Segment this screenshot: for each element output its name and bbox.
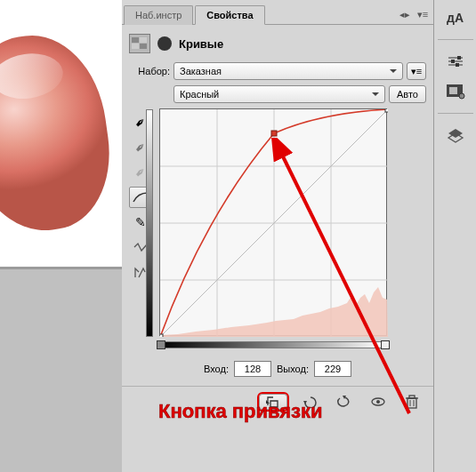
input-value-field[interactable]: 128 (234, 361, 271, 377)
document-canvas[interactable] (0, 0, 122, 267)
svg-rect-22 (409, 396, 415, 398)
curves-graph[interactable] (159, 108, 387, 336)
svg-rect-32 (449, 87, 457, 94)
reset-icon[interactable] (332, 392, 357, 412)
white-point-slider[interactable] (381, 340, 390, 349)
output-value-field[interactable]: 229 (314, 361, 351, 377)
input-gradient[interactable] (159, 341, 387, 348)
type-tool-icon[interactable]: дА (444, 7, 467, 28)
panel-tabs: Наб.инстр Свойства ◂▸ ▾≡ (122, 0, 433, 25)
svg-rect-1 (140, 37, 147, 43)
svg-marker-16 (303, 401, 307, 404)
svg-rect-13 (271, 131, 277, 136)
mask-icon[interactable] (157, 36, 172, 51)
panel-footer (122, 386, 433, 417)
canvas-pasteboard (0, 267, 122, 471)
channel-select[interactable]: Красный (173, 85, 385, 103)
right-dock: дА (433, 0, 476, 472)
svg-rect-3 (140, 44, 147, 49)
svg-point-19 (376, 400, 380, 404)
input-label: Вход: (204, 364, 229, 374)
layers-panel-icon[interactable] (444, 124, 467, 146)
svg-point-33 (459, 93, 464, 99)
output-gradient (146, 109, 153, 337)
svg-rect-2 (132, 44, 139, 49)
svg-rect-20 (407, 398, 416, 408)
output-label: Выход: (277, 364, 309, 374)
visibility-icon[interactable] (366, 392, 391, 412)
image-content (0, 27, 120, 240)
collapse-panel-icon[interactable]: ◂▸ (398, 9, 412, 21)
input-output-row: Вход: 128 Выход: 229 (129, 361, 426, 377)
preset-value: Заказная (180, 66, 222, 76)
clip-to-layer-button[interactable] (257, 392, 289, 412)
svg-rect-12 (160, 334, 163, 337)
preset-menu-icon[interactable]: ▾≡ (407, 62, 426, 80)
black-point-slider[interactable] (157, 340, 165, 349)
channel-value: Красный (180, 89, 219, 100)
previous-state-icon[interactable] (298, 392, 323, 412)
svg-rect-29 (451, 60, 455, 63)
svg-rect-28 (457, 56, 461, 60)
trash-icon[interactable] (399, 392, 424, 412)
panel-title: Кривые (179, 37, 223, 51)
curves-adjustment-icon (129, 34, 150, 53)
svg-rect-14 (385, 109, 388, 112)
properties-panel: Наб.инстр Свойства ◂▸ ▾≡ Кривые Набор: З… (122, 0, 433, 472)
layers-thumb-icon[interactable] (444, 81, 467, 102)
sliders-icon[interactable] (444, 51, 467, 72)
adjustment-header: Кривые (129, 30, 426, 62)
preset-select[interactable]: Заказная (173, 62, 403, 80)
auto-button[interactable]: Авто (389, 85, 426, 103)
workspace: Наб.инстр Свойства ◂▸ ▾≡ Кривые Набор: З… (0, 0, 476, 472)
svg-rect-0 (132, 37, 139, 43)
svg-rect-30 (456, 63, 459, 67)
tab-tool-presets[interactable]: Наб.инстр (124, 5, 193, 25)
preset-label: Набор: (129, 66, 170, 76)
canvas-area (0, 0, 122, 472)
tab-properties[interactable]: Свойства (195, 5, 264, 25)
panel-menu-icon[interactable]: ▾≡ (415, 9, 430, 21)
